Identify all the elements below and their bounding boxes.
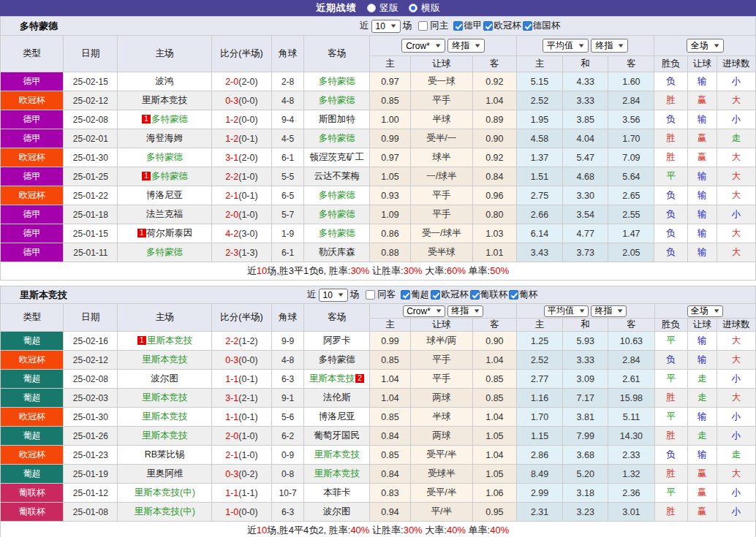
team-link[interactable]: 多特蒙德 — [151, 171, 188, 181]
handicap-cell: 一/球半 — [410, 167, 472, 186]
team-link[interactable]: 里斯本竞技 — [142, 354, 188, 365]
checkbox-unchecked-icon[interactable] — [418, 21, 428, 31]
league-checkbox[interactable]: 欧冠杯 — [483, 20, 521, 32]
team-link[interactable]: 波鸿 — [156, 76, 174, 86]
checkbox-checked-icon[interactable] — [431, 290, 440, 300]
league-checkbox[interactable]: 葡杯 — [509, 289, 537, 301]
checkbox-unchecked-icon[interactable] — [366, 290, 375, 300]
team-link[interactable]: 里斯本竞技 — [147, 335, 193, 346]
score-cell: 0-3(0-2) — [211, 465, 271, 484]
team-link[interactable]: 多特蒙德 — [151, 114, 188, 124]
summary-stat-value: 60% — [447, 265, 466, 276]
team-link[interactable]: 多特蒙德 — [319, 354, 355, 365]
checkbox-checked-icon[interactable] — [509, 290, 518, 300]
date-cell: 25-02-15 — [64, 72, 118, 91]
team-link[interactable]: 海登海姆 — [146, 133, 183, 143]
home-team-cell: 波尔图 — [118, 370, 211, 389]
avg-source-select[interactable]: 平均值▼ — [543, 39, 589, 53]
team-link[interactable]: 里斯本竞技 — [142, 430, 188, 441]
home-team-cell: 海登海姆 — [118, 129, 211, 148]
team-link[interactable]: 波尔图 — [151, 373, 178, 384]
team-link[interactable]: 多特蒙德 — [319, 95, 355, 105]
home-team-cell: 1多特蒙德 — [118, 167, 211, 186]
checkbox-checked-icon[interactable] — [453, 21, 463, 31]
same-venue-checkbox[interactable]: 同客 — [366, 289, 396, 301]
league-checkbox[interactable]: 葡超 — [401, 289, 429, 301]
team-link[interactable]: 多特蒙德 — [146, 152, 183, 162]
team-link[interactable]: 里斯本竞技 — [314, 468, 360, 479]
league-badge-cell: 葡超 — [1, 389, 64, 408]
same-venue-checkbox[interactable]: 同主 — [418, 20, 448, 32]
col-avg-away: 客 — [608, 319, 654, 332]
team-link[interactable]: 多特蒙德 — [319, 190, 355, 200]
team-link[interactable]: 顿涅茨克矿工 — [309, 152, 364, 162]
score-cell: 0-3(0-0) — [211, 91, 271, 110]
avg-stage-select[interactable]: 终指▼ — [591, 305, 627, 317]
avg-draw-cell: 3.30 — [563, 186, 608, 205]
odds-source-select[interactable]: Crow*▼ — [401, 39, 445, 53]
handicap-cell: 受一球 — [410, 72, 472, 91]
score-cell: 1-1(1-1) — [211, 484, 271, 503]
team-link[interactable]: 里斯本竞技(中) — [134, 506, 194, 517]
team-link[interactable]: 勒沃库森 — [319, 247, 355, 257]
away-team-cell: 顿涅茨克矿工 — [304, 148, 370, 167]
team-link[interactable]: 荷尔斯泰因 — [147, 228, 193, 238]
team-link[interactable]: 云达不莱梅 — [314, 171, 360, 181]
recent-count-select[interactable]: 10 ▼ — [319, 289, 348, 302]
result-handicap-cell: 输 — [687, 351, 717, 370]
radio-checked-icon[interactable] — [409, 4, 417, 12]
team-link[interactable]: 本菲卡 — [323, 487, 351, 498]
team-link[interactable]: RB莱比锡 — [145, 449, 185, 460]
away-team-cell: 波尔图 — [304, 503, 370, 522]
team-link[interactable]: 斯图加特 — [319, 114, 355, 124]
checkbox-checked-icon[interactable] — [523, 21, 532, 31]
team-link[interactable]: 里斯本竞技 — [142, 411, 188, 422]
team-link[interactable]: 多特蒙德 — [319, 228, 355, 238]
team-link[interactable]: 里斯本竞技(中) — [134, 487, 194, 498]
avg-draw-cell: 4.33 — [563, 72, 608, 91]
recent-count-select[interactable]: 10 ▼ — [371, 20, 401, 33]
team-link[interactable]: 里奥阿维 — [146, 468, 183, 479]
team-link[interactable]: 里斯本竞技 — [142, 392, 188, 403]
team-link[interactable]: 多特蒙德 — [146, 247, 183, 257]
odds-stage-select[interactable]: 终指▼ — [447, 39, 485, 53]
team-link[interactable]: 波尔图 — [323, 506, 351, 517]
team-link[interactable]: 多特蒙德 — [319, 133, 355, 143]
team-link[interactable]: 多特蒙德 — [319, 209, 355, 219]
league-checkbox[interactable]: 葡联杯 — [470, 289, 508, 301]
odds-home-cell: 0.99 — [370, 332, 410, 351]
team-link[interactable]: 多特蒙德 — [319, 76, 355, 86]
date-cell: 25-01-22 — [64, 186, 118, 205]
odds-stage-select[interactable]: 终指▼ — [447, 305, 483, 317]
team-link[interactable]: 葡萄牙国民 — [314, 430, 360, 441]
league-checkbox[interactable]: 德国杯 — [523, 20, 561, 32]
team-link[interactable]: 博洛尼亚 — [146, 190, 183, 200]
fulltime-score: 2-0 — [225, 77, 238, 87]
odds-away-cell: 1.05 — [472, 427, 516, 446]
scope-select[interactable]: 全场▼ — [687, 39, 724, 53]
league-checkbox[interactable]: 欧冠杯 — [431, 289, 469, 301]
team-link[interactable]: 法兰克福 — [146, 209, 183, 219]
radio-unchecked-icon[interactable] — [367, 4, 376, 12]
fulltime-score: 1-0 — [225, 507, 238, 517]
layout-radio-horizontal[interactable]: 横版 — [409, 1, 440, 15]
league-checkbox[interactable]: 德甲 — [453, 20, 482, 32]
checkbox-checked-icon[interactable] — [483, 21, 493, 31]
team-link[interactable]: 里斯本竞技 — [314, 449, 360, 460]
avg-source-select[interactable]: 平均值▼ — [544, 305, 589, 317]
scope-select-group: 全场▼ — [654, 36, 756, 56]
team-link[interactable]: 里斯本竞技 — [142, 95, 188, 105]
team-link[interactable]: 博洛尼亚 — [319, 411, 355, 422]
checkbox-checked-icon[interactable] — [401, 290, 410, 300]
results-table: 类型 日期 主场 比分(半场) 角球 客场 Crow*▼ 终指▼ 平均值▼ 终指… — [0, 35, 756, 281]
scope-select[interactable]: 全场▼ — [687, 305, 723, 317]
layout-radio-vertical[interactable]: 竖版 — [367, 1, 398, 15]
team-link[interactable]: 阿罗卡 — [323, 335, 351, 346]
avg-stage-select[interactable]: 终指▼ — [591, 39, 628, 53]
team-link[interactable]: 法伦斯 — [323, 392, 351, 403]
odds-source-select[interactable]: Crow*▼ — [403, 305, 445, 317]
team-link[interactable]: 里斯本竞技 — [309, 373, 355, 384]
recent-label: 近 — [307, 289, 317, 301]
checkbox-checked-icon[interactable] — [470, 290, 480, 300]
league-badge-cell: 德甲 — [1, 72, 64, 91]
